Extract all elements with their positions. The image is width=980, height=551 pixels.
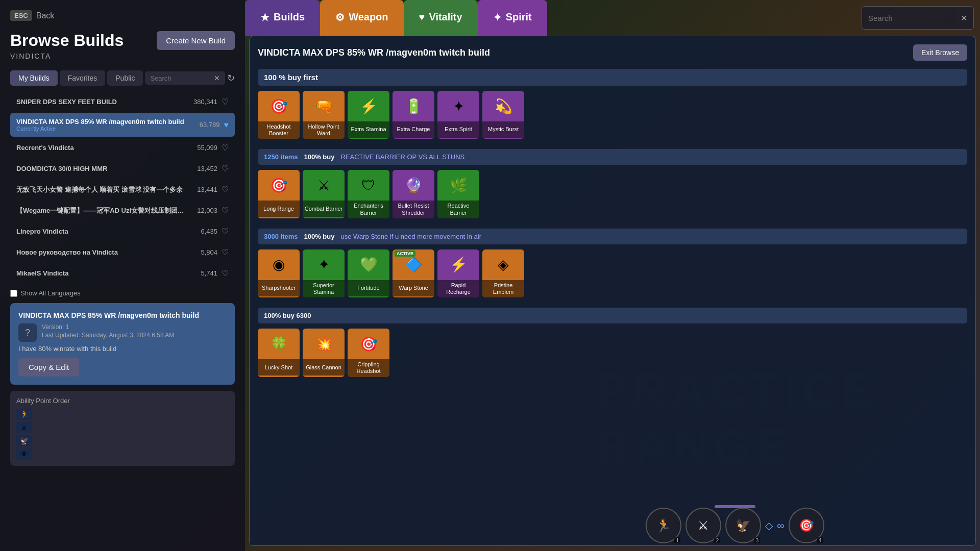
copy-edit-button[interactable]: Copy & Edit [18,358,79,377]
heart-icon[interactable]: ♡ [222,185,229,194]
heart-icon[interactable]: ♡ [222,247,229,257]
tab-vitality[interactable]: ♥ Vitality [404,0,478,36]
item-name: Glass Cannon [303,359,345,375]
item-card-long-range[interactable]: 🎯 Long Range [258,170,300,218]
build-count: 6,435 [201,228,217,235]
heart-icon[interactable]: ♡ [222,143,229,153]
heart-icon[interactable]: ♡ [222,206,229,215]
build-name: SNIPER DPS SEXY FEET BUILD [16,98,117,106]
ability-icons: 🏃 ⚔ 🦅 👁 [16,409,229,460]
build-name: Recrent's Vindicta [16,144,74,152]
build-count: 5,804 [201,248,217,256]
browse-builds-title: Browse Builds [10,31,124,50]
ability-2-icon: ⚔ [698,518,709,533]
item-card-glass-cannon[interactable]: 💥 Glass Cannon [303,329,345,377]
build-item[interactable]: Linepro Vindicta 6,435♡ [10,221,235,241]
tab-spirit[interactable]: ✦ Spirit [478,0,547,36]
ability-slot-2[interactable]: ⚔ 2 [685,508,721,543]
item-card-extra-stamina[interactable]: ⚡ Extra Stamina [348,91,389,139]
top-search-input[interactable] [868,14,961,22]
heart-icon[interactable]: ♡ [222,227,229,236]
item-card-bullet-resist-shredder[interactable]: 🔮 Bullet Resist Shredder [393,170,434,218]
item-icon: 💫 [482,91,524,121]
build-count: 380,341 [193,98,217,106]
item-card-extra-charge[interactable]: 🔋 Extra Charge [393,91,434,139]
item-card-hollow-point-ward[interactable]: 🔫 Hollow Point Ward [303,91,345,139]
section-3: 3000 items 100% buy use Warp Stone if u … [258,229,967,297]
section-2: 1250 items 100% buy REACTIVE BARRIER OP … [258,149,967,218]
back-button[interactable]: Back [36,11,55,20]
item-icon: ◈ [482,249,524,280]
item-card-superior-stamina[interactable]: ✦ Superior Stamina [303,249,345,297]
build-item[interactable]: 无敌飞天小女警 逮捕每个人 顺着买 滚雪球 没有一个多余 13,441♡ [10,180,235,199]
top-search-box: ✕ [862,6,974,30]
heart-icon[interactable]: ♡ [222,97,229,107]
build-item-active[interactable]: VINDICTA MAX DPS 85% WR /magven0m twitch… [10,113,235,137]
item-card-pristine-emblem[interactable]: ◈ Pristine Emblem [482,249,524,297]
top-search-clear-icon[interactable]: ✕ [961,13,967,23]
tab-my-builds[interactable]: My Builds [10,70,58,86]
build-name: VINDICTA MAX DPS 85% WR /magven0m twitch… [16,118,184,126]
build-name: MikaelS Vindicta [16,269,68,277]
build-item[interactable]: Recrent's Vindicta 55,099♡ [10,138,235,158]
item-name: Rapid Recharge [437,280,479,297]
item-name: Headshot Booster [258,121,300,139]
build-item[interactable]: DOOMDICTA 30/0 HIGH MMR 13,452♡ [10,159,235,179]
heart-icon[interactable]: ♡ [222,164,229,173]
build-item[interactable]: Новое руководство на Vindicta 5,804♡ [10,242,235,262]
item-name: Fortitude [348,280,389,296]
tab-public[interactable]: Public [107,70,143,86]
item-icon: ACTIVE🔷 [393,249,434,280]
item-card-warp-stone[interactable]: ACTIVE🔷 Warp Stone [393,249,434,297]
ability-connector-1: ◇ [765,519,773,532]
section-3-buy: 100% buy [304,233,335,240]
tab-favorites[interactable]: Favorites [60,70,106,86]
heart-icon-liked[interactable]: ♥ [224,120,229,130]
tab-builds[interactable]: ★ Builds [245,0,320,36]
build-name: 【Wegame一键配置】——冠军AD Uzi女警对线压制团... [16,206,183,215]
item-card-fortitude[interactable]: 💚 Fortitude [348,249,389,297]
ability-slot-3[interactable]: 🦅 3 [725,508,761,543]
item-card-combat-barrier[interactable]: ⚔ Combat Barrier [303,170,345,218]
item-card-reactive-barrier[interactable]: 🌿 Reactive Barrier [437,170,479,218]
build-item[interactable]: 【Wegame一键配置】——冠军AD Uzi女警对线压制团... 12,003♡ [10,201,235,220]
item-card-headshot-booster[interactable]: 🎯 Headshot Booster [258,91,300,139]
browse-panel: VINDICTA MAX DPS 85% WR /magven0m twitch… [249,36,976,546]
search-input[interactable] [150,74,214,82]
item-icon: ⚡ [437,249,479,280]
refresh-button[interactable]: ↻ [227,72,235,84]
exit-browse-button[interactable]: Exit Browse [913,44,967,61]
search-clear-icon[interactable]: ✕ [214,74,220,82]
build-item[interactable]: SNIPER DPS SEXY FEET BUILD 380,341 ♡ [10,92,235,112]
show-all-languages-checkbox[interactable] [10,290,17,297]
esc-badge[interactable]: ESC [10,10,32,21]
item-card-enchanters-barrier[interactable]: 🛡 Enchanter's Barrier [348,170,389,218]
create-new-build-button[interactable]: Create New Build [157,31,235,50]
show-all-languages-label: Show All Languages [20,289,81,297]
ability-icon: 👁 [16,448,32,460]
ability-slot-4[interactable]: 🎯 4 [789,508,824,543]
tab-weapon[interactable]: ⚙ Weapon [320,0,403,36]
item-card-mystic-burst[interactable]: 💫 Mystic Burst [482,91,524,139]
top-bar: ★ Builds ⚙ Weapon ♥ Vitality ✦ Spirit ✕ [245,0,980,36]
item-card-rapid-recharge[interactable]: ⚡ Rapid Recharge [437,249,479,297]
build-item[interactable]: MikaelS Vindicta 5,741♡ [10,263,235,283]
item-card-crippling-headshot[interactable]: 🎯 Crippling Headshot [348,329,389,377]
item-card-lucky-shot[interactable]: 🍀 Lucky Shot [258,329,300,377]
item-icon: ✦ [437,91,479,121]
ability-4-num: 4 [817,537,823,543]
ability-3-icon: 🦅 [736,518,751,533]
bottom-ability-bar: 🏃 1 ⚔ 2 🦅 3 ◇ ∞ 🎯 4 [490,500,980,551]
item-card-sharpshooter[interactable]: ◉ Sharpshooter [258,249,300,297]
item-name: Reactive Barrier [437,201,479,218]
item-icon: 💚 [348,249,389,280]
item-card-extra-spirit[interactable]: ✦ Extra Spirit [437,91,479,139]
build-active-label: Currently Active [16,126,184,132]
ability-order-box: Ability Point Order 🏃 ⚔ 🦅 👁 [10,391,235,466]
item-name: Extra Charge [393,121,434,138]
heart-icon[interactable]: ♡ [222,268,229,278]
ability-slot-1[interactable]: 🏃 1 [646,508,681,543]
ability-connector-2: ∞ [777,520,784,532]
build-name: Linepro Vindicta [16,228,68,235]
section-1-header: 100 % buy first [258,69,967,86]
